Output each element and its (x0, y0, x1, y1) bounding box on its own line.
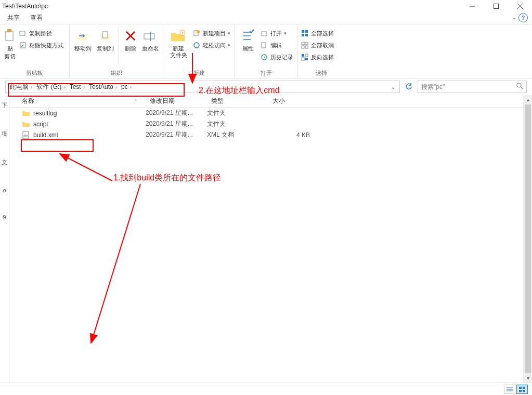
svg-line-36 (521, 87, 523, 89)
group-label-clipboard: 剪贴板 (3, 68, 66, 78)
svg-rect-21 (262, 43, 266, 48)
chevron-right-icon[interactable]: › (63, 84, 65, 90)
sort-indicator-icon: ˄ (135, 99, 137, 104)
column-size[interactable]: 大小 (268, 97, 320, 106)
svg-rect-5 (7, 29, 11, 32)
new-folder-button[interactable]: ✦ 新建 文件夹 (166, 25, 190, 59)
svg-rect-34 (305, 58, 308, 60)
chevron-right-icon[interactable]: › (115, 84, 117, 90)
file-list-pane: 名称˄ 修改日期 类型 大小 resultlog 2020/9/21 星期...… (9, 95, 532, 383)
chevron-right-icon[interactable]: › (31, 84, 32, 90)
svg-rect-31 (302, 54, 304, 57)
svg-rect-6 (20, 31, 25, 35)
svg-rect-28 (305, 42, 308, 45)
vertical-scrollbar[interactable]: ▴ ▾ (523, 95, 532, 383)
new-item-button[interactable]: 新建项目▾ (192, 28, 230, 39)
breadcrumb: Test› (68, 83, 87, 90)
svg-text:xml: xml (24, 134, 28, 137)
edit-icon (260, 41, 268, 49)
svg-rect-44 (519, 390, 522, 392)
paste-button[interactable]: 贴 剪切 (3, 25, 17, 60)
scroll-down-icon[interactable]: ▾ (524, 374, 532, 383)
rename-icon (143, 30, 158, 42)
move-to-button[interactable]: 移动到 (73, 25, 93, 52)
svg-rect-23 (302, 30, 304, 33)
history-button[interactable]: 历史记录 (260, 51, 293, 63)
table-row[interactable]: resultlog 2020/9/21 星期... 文件夹 (9, 108, 532, 118)
address-bar[interactable]: 此电脑› 软件 (G:)› Test› TestAuto› pc› ⌄ (5, 81, 400, 93)
paste-shortcut-button[interactable]: 粘贴快捷方式 (19, 40, 63, 51)
new-folder-icon: ✦ (170, 29, 187, 43)
easy-access-icon (192, 41, 201, 49)
nav-row: 此电脑› 软件 (G:)› Test› TestAuto› pc› ⌄ 搜索"p… (0, 78, 532, 95)
svg-rect-20 (262, 32, 267, 36)
copy-path-button[interactable]: 复制路径 (19, 28, 63, 39)
svg-rect-13 (144, 34, 154, 39)
copy-to-button[interactable]: 复制到 (95, 25, 115, 52)
titlebar: Test\TestAuto\pc (0, 0, 532, 12)
svg-rect-4 (6, 31, 13, 41)
breadcrumb: 此电脑› (8, 83, 34, 91)
delete-icon (124, 30, 137, 42)
menubar: 共享 查看 ⌄ ? (0, 12, 532, 24)
rename-button[interactable]: 重命名 (141, 25, 160, 52)
select-none-button[interactable]: 全部取消 (301, 40, 334, 51)
invert-selection-button[interactable]: 反向选择 (301, 51, 334, 63)
refresh-button[interactable] (403, 81, 414, 93)
ribbon-group-organize: 移动到 复制到 删除 重命名 组织 (70, 24, 163, 78)
table-row[interactable]: xmlbuild.xml 2020/9/21 星期... XML 文档 4 KB (9, 129, 532, 140)
edit-button[interactable]: 编辑 (260, 40, 293, 51)
svg-rect-27 (302, 42, 304, 45)
delete-button[interactable]: 删除 (122, 25, 139, 52)
svg-rect-10 (102, 32, 108, 38)
breadcrumb: pc› (119, 83, 134, 90)
svg-point-19 (194, 43, 199, 48)
open-button[interactable]: 打开▾ (260, 28, 293, 39)
group-label-select: 选择 (301, 68, 342, 78)
maximize-button[interactable] (484, 0, 508, 12)
breadcrumb: 软件 (G:)› (34, 83, 67, 91)
ribbon-group-new: ✦ 新建 文件夹 新建项目▾ 轻松访问▾ 新建 (163, 24, 235, 78)
svg-rect-30 (305, 46, 308, 48)
ribbon-group-clipboard: 贴 剪切 复制路径 粘贴快捷方式 剪贴板 (0, 24, 70, 78)
scroll-up-icon[interactable]: ▴ (524, 95, 532, 104)
chevron-right-icon[interactable]: › (130, 84, 132, 90)
select-all-icon (301, 29, 309, 37)
search-icon[interactable] (516, 83, 523, 91)
paste-icon (5, 29, 15, 43)
column-name[interactable]: 名称˄ (9, 97, 146, 106)
column-type[interactable]: 类型 (207, 97, 268, 106)
move-to-icon (76, 29, 90, 43)
copy-to-icon (98, 29, 113, 43)
properties-button[interactable]: 属性 (238, 25, 258, 52)
view-icons-button[interactable] (516, 385, 528, 394)
ribbon-group-open: 属性 打开▾ 编辑 历史记录 打开 (235, 24, 297, 78)
svg-rect-25 (302, 34, 304, 36)
menu-view[interactable]: 查看 (25, 12, 48, 24)
svg-rect-1 (494, 4, 499, 8)
ribbon-collapse-icon[interactable]: ⌄ (512, 15, 516, 20)
minimize-button[interactable] (460, 0, 484, 12)
close-button[interactable] (508, 0, 532, 12)
nav-pane-collapsed[interactable]: 下 境 文 o 9 (0, 95, 9, 383)
properties-icon (241, 29, 255, 43)
icons-icon (519, 387, 525, 392)
refresh-icon (405, 83, 412, 90)
address-dropdown-icon[interactable]: ⌄ (389, 84, 397, 90)
chevron-right-icon[interactable]: › (83, 84, 85, 90)
search-input[interactable]: 搜索"pc" (418, 81, 527, 93)
menu-share[interactable]: 共享 (2, 12, 25, 24)
status-bar (0, 383, 532, 395)
svg-rect-45 (523, 390, 525, 392)
view-details-button[interactable] (504, 385, 515, 394)
details-icon (507, 387, 513, 392)
folder-icon (22, 109, 30, 117)
select-all-button[interactable]: 全部选择 (301, 28, 334, 39)
help-icon[interactable]: ? (518, 13, 528, 22)
scroll-thumb[interactable] (525, 104, 531, 373)
column-date[interactable]: 修改日期 (146, 97, 207, 106)
easy-access-button[interactable]: 轻松访问▾ (192, 40, 230, 51)
xml-file-icon: xml (22, 131, 30, 139)
svg-rect-24 (305, 30, 308, 33)
table-row[interactable]: script 2020/9/21 星期... 文件夹 (9, 118, 532, 129)
